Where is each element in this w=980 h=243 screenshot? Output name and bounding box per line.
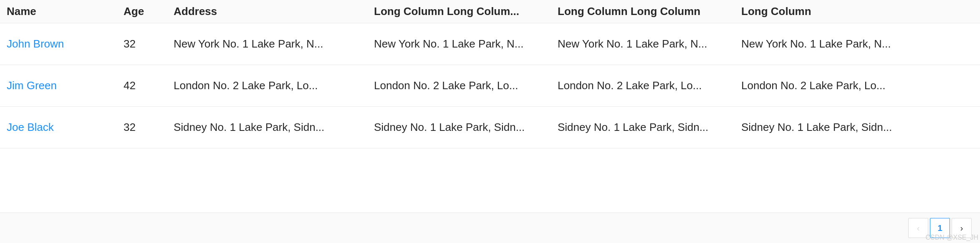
cell-age-1: 42 (117, 73, 167, 99)
chevron-right-icon: › (960, 223, 963, 233)
table-header: Name Age Address Long Column Long Colum.… (0, 0, 980, 23)
col-header-age: Age (117, 0, 167, 23)
name-link-2[interactable]: Joe Black (7, 121, 54, 133)
cell-name-1: Jim Green (0, 73, 117, 99)
name-link-0[interactable]: John Brown (7, 38, 64, 50)
table-row: Jim Green 42 London No. 2 Lake Park, Lo.… (0, 65, 980, 107)
name-link-1[interactable]: Jim Green (7, 79, 57, 92)
table-body: John Brown 32 New York No. 1 Lake Park, … (0, 23, 980, 213)
cell-long2-2: Sidney No. 1 Lake Park, Sidn... (551, 114, 735, 140)
chevron-left-icon: ‹ (917, 223, 920, 233)
cell-address-0: New York No. 1 Lake Park, N... (167, 31, 367, 57)
cell-long2-1: London No. 2 Lake Park, Lo... (551, 73, 735, 99)
cell-long1-0: New York No. 1 Lake Park, N... (367, 31, 551, 57)
cell-name-2: Joe Black (0, 114, 117, 140)
cell-age-2: 32 (117, 114, 167, 140)
col-header-long2: Long Column Long Column (551, 0, 735, 23)
cell-long3-2: Sidney No. 1 Lake Park, Sidn... (735, 114, 980, 140)
cell-name-0: John Brown (0, 31, 117, 57)
cell-long3-0: New York No. 1 Lake Park, N... (735, 31, 980, 57)
table-footer: ‹ 1 › (0, 213, 980, 243)
cell-long1-1: London No. 2 Lake Park, Lo... (367, 73, 551, 99)
cell-long1-2: Sidney No. 1 Lake Park, Sidn... (367, 114, 551, 140)
cell-long3-1: London No. 2 Lake Park, Lo... (735, 73, 980, 99)
col-header-long1: Long Column Long Colum... (367, 0, 551, 23)
cell-address-1: London No. 2 Lake Park, Lo... (167, 73, 367, 99)
cell-long2-0: New York No. 1 Lake Park, N... (551, 31, 735, 57)
col-header-long3: Long Column (735, 0, 980, 23)
table-row: Joe Black 32 Sidney No. 1 Lake Park, Sid… (0, 107, 980, 148)
table-row: John Brown 32 New York No. 1 Lake Park, … (0, 23, 980, 65)
col-header-address: Address (167, 0, 367, 23)
cell-address-2: Sidney No. 1 Lake Park, Sidn... (167, 114, 367, 140)
cell-age-0: 32 (117, 31, 167, 57)
col-header-name: Name (0, 0, 117, 23)
watermark-text: CSDN @XSE_JH (926, 234, 979, 241)
data-table: Name Age Address Long Column Long Colum.… (0, 0, 980, 243)
